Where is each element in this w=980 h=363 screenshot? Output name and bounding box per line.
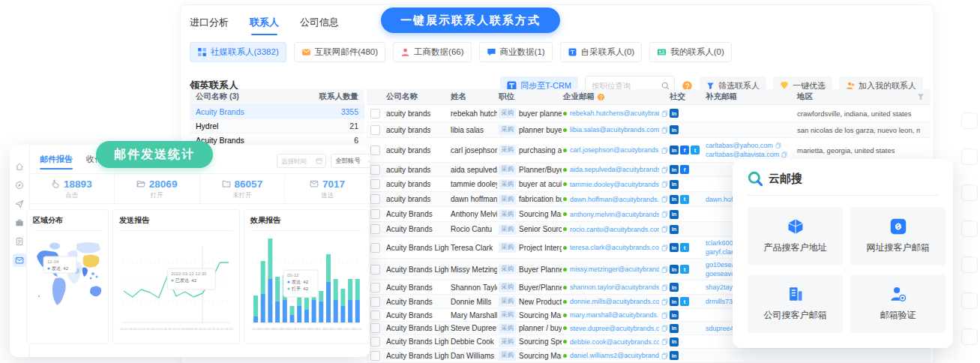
cell-region: san nicolas de los garza, nuevo leon, m.… bbox=[797, 126, 920, 134]
row-checkbox[interactable] bbox=[370, 297, 380, 307]
sidebar-send-button[interactable] bbox=[13, 197, 26, 211]
twitter-icon[interactable]: t bbox=[680, 297, 689, 306]
svg-text:03-10: 03-10 bbox=[199, 327, 207, 331]
copy-email-button[interactable] bbox=[661, 166, 668, 173]
source-tab[interactable]: 社媒联系人(3382) bbox=[190, 42, 286, 62]
sidebar-briefcase-button[interactable] bbox=[13, 216, 26, 230]
copy-email-button[interactable] bbox=[781, 152, 787, 158]
linkedin-icon[interactable]: in bbox=[670, 265, 679, 274]
linkedin-icon[interactable]: in bbox=[670, 351, 679, 360]
row-checkbox[interactable] bbox=[370, 194, 380, 204]
copy-email-button[interactable] bbox=[661, 244, 668, 251]
cloud-card-person-at[interactable]: 邮箱验证 bbox=[850, 274, 946, 333]
row-checkbox[interactable] bbox=[370, 179, 380, 189]
cell-name: dawn hoffman bbox=[451, 195, 497, 203]
sidebar-report-button[interactable] bbox=[13, 235, 26, 248]
linkedin-icon[interactable]: in bbox=[670, 243, 679, 252]
row-checkbox[interactable] bbox=[370, 265, 380, 274]
cell-social: in bbox=[670, 105, 704, 122]
table-row[interactable]: Acuity Brands LightingDan Williams采购Sour… bbox=[367, 349, 931, 363]
linkedin-icon[interactable]: in bbox=[670, 195, 679, 204]
linkedin-icon[interactable]: in bbox=[670, 180, 679, 189]
copy-email-button[interactable] bbox=[661, 127, 668, 134]
row-checkbox[interactable] bbox=[370, 323, 380, 333]
cell-position: buyer at acuity bran bbox=[519, 180, 562, 188]
linkedin-icon[interactable]: in bbox=[670, 338, 679, 346]
cloud-card-link[interactable]: 网址搜客户邮箱 bbox=[850, 207, 946, 266]
linkedin-icon[interactable]: in bbox=[670, 297, 679, 306]
twitter-icon[interactable]: t bbox=[680, 243, 689, 252]
twitter-icon[interactable]: t bbox=[691, 146, 700, 154]
facebook-icon[interactable]: f bbox=[680, 146, 689, 154]
linkedin-icon[interactable]: in bbox=[670, 324, 679, 333]
divider bbox=[29, 203, 370, 204]
copy-email-button[interactable] bbox=[775, 142, 781, 148]
main-tab[interactable]: 联系人 bbox=[250, 16, 279, 35]
linkedin-icon[interactable]: in bbox=[670, 165, 679, 174]
row-checkbox[interactable] bbox=[370, 125, 380, 135]
tab-mail-report[interactable]: 邮件报告 bbox=[40, 154, 73, 170]
report-icon bbox=[15, 237, 24, 246]
row-checkbox[interactable] bbox=[370, 165, 380, 175]
table-row[interactable]: acuity brandslibia salas采购planner buyerl… bbox=[367, 122, 931, 138]
copy-email-button[interactable] bbox=[661, 110, 668, 117]
main-tab[interactable]: 公司信息 bbox=[300, 16, 339, 35]
copy-email-button[interactable] bbox=[661, 226, 668, 232]
linkedin-icon[interactable]: in bbox=[670, 210, 679, 219]
row-checkbox[interactable] bbox=[370, 224, 380, 234]
source-tab[interactable]: 自采联系人(0) bbox=[560, 42, 643, 62]
copy-icon bbox=[661, 147, 668, 154]
table-row[interactable]: acuity brandsrebekah hutchens采购buyer pla… bbox=[367, 105, 931, 122]
linkedin-icon[interactable]: in bbox=[670, 283, 679, 292]
twitter-icon[interactable]: t bbox=[680, 265, 689, 274]
date-range-input[interactable] bbox=[277, 158, 316, 165]
region-filter-icon-slot[interactable] bbox=[917, 89, 925, 104]
copy-email-button[interactable] bbox=[661, 266, 668, 273]
copy-email-button[interactable] bbox=[661, 298, 668, 305]
row-checkbox[interactable] bbox=[370, 109, 380, 118]
row-checkbox[interactable] bbox=[370, 209, 380, 219]
linkedin-icon[interactable]: in bbox=[670, 109, 679, 118]
account-select[interactable]: 全部账号 bbox=[331, 154, 370, 168]
row-checkbox[interactable] bbox=[370, 283, 380, 292]
svg-text:12-04: 12-04 bbox=[47, 260, 59, 264]
copy-email-button[interactable] bbox=[661, 181, 668, 188]
row-checkbox[interactable] bbox=[370, 351, 380, 361]
source-tab[interactable]: 商业数据(1) bbox=[479, 42, 553, 62]
company-name[interactable]: Hydrel bbox=[196, 122, 218, 130]
row-checkbox[interactable] bbox=[370, 146, 380, 155]
linkedin-icon[interactable]: in bbox=[670, 310, 679, 320]
copy-email-button[interactable] bbox=[661, 147, 668, 154]
background-checkbox bbox=[961, 220, 978, 237]
row-checkbox[interactable] bbox=[370, 337, 380, 346]
copy-email-button[interactable] bbox=[661, 325, 668, 332]
cloud-card-cube[interactable]: 产品搜客户地址 bbox=[748, 207, 843, 266]
row-checkbox[interactable] bbox=[370, 310, 380, 320]
copy-email-button[interactable] bbox=[661, 211, 668, 218]
row-checkbox[interactable] bbox=[370, 243, 380, 253]
copy-email-button[interactable] bbox=[661, 312, 668, 319]
copy-email-button[interactable] bbox=[661, 338, 668, 345]
copy-icon bbox=[661, 284, 668, 291]
linkedin-icon[interactable]: in bbox=[670, 125, 679, 134]
main-tab[interactable]: 进口分析 bbox=[190, 16, 229, 35]
linkedin-icon[interactable]: in bbox=[670, 225, 679, 234]
source-tab[interactable]: 我的联系人(0) bbox=[649, 42, 732, 62]
source-tab[interactable]: 互联网邮件(480) bbox=[294, 42, 385, 62]
company-row[interactable]: Hydrel21 bbox=[190, 119, 364, 134]
twitter-icon[interactable]: t bbox=[680, 195, 689, 204]
facebook-icon[interactable]: f bbox=[680, 165, 689, 174]
company-name[interactable]: Acuity Brands bbox=[196, 107, 244, 116]
cell-social: in bbox=[670, 207, 704, 221]
linkedin-icon[interactable]: in bbox=[670, 146, 679, 154]
sidebar-mail-button[interactable] bbox=[13, 254, 26, 267]
sidebar-compass-button[interactable] bbox=[13, 178, 26, 192]
cloud-card-company[interactable]: 公司搜客户邮箱 bbox=[748, 274, 843, 333]
stat-value: 28069 bbox=[149, 178, 178, 190]
copy-email-button[interactable] bbox=[661, 196, 668, 202]
copy-email-button[interactable] bbox=[661, 284, 668, 291]
source-tab[interactable]: 工商数据(66) bbox=[393, 42, 471, 62]
sidebar-home-button[interactable] bbox=[13, 160, 26, 173]
copy-email-button[interactable] bbox=[661, 352, 668, 359]
company-row[interactable]: Acuity Brands3355 bbox=[190, 105, 364, 119]
